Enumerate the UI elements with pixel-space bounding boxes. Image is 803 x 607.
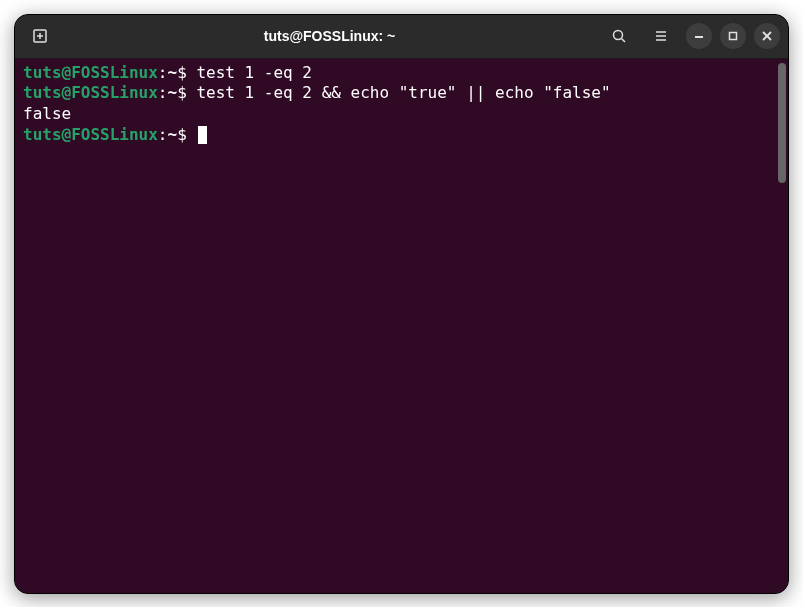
prompt-path: ~ [168, 83, 178, 102]
minimize-button[interactable] [686, 23, 712, 49]
prompt-colon: : [158, 63, 168, 82]
prompt-dollar: $ [177, 63, 196, 82]
window-title: tuts@FOSSLinux: ~ [63, 28, 596, 44]
minimize-icon [691, 28, 707, 44]
prompt-path: ~ [168, 63, 178, 82]
titlebar-right [602, 19, 780, 53]
prompt-user: tuts@FOSSLinux [23, 63, 158, 82]
close-icon [759, 28, 775, 44]
new-tab-icon [32, 28, 48, 44]
prompt-dollar: $ [177, 83, 196, 102]
terminal-line: tuts@FOSSLinux:~$ test 1 -eq 2 && echo "… [23, 83, 780, 104]
terminal-line: tuts@FOSSLinux:~$ [23, 125, 780, 146]
terminal-window: tuts@FOSSLinux: ~ [14, 14, 789, 594]
prompt-path: ~ [168, 125, 178, 144]
svg-line-4 [622, 39, 626, 43]
search-button[interactable] [602, 19, 636, 53]
prompt-dollar: $ [177, 125, 196, 144]
menu-button[interactable] [644, 19, 678, 53]
close-button[interactable] [754, 23, 780, 49]
maximize-button[interactable] [720, 23, 746, 49]
prompt-colon: : [158, 83, 168, 102]
output-text: false [23, 104, 71, 123]
titlebar-left [23, 19, 57, 53]
prompt-colon: : [158, 125, 168, 144]
maximize-icon [725, 28, 741, 44]
command-text: test 1 -eq 2 && echo "true" || echo "fal… [196, 83, 610, 102]
hamburger-icon [653, 28, 669, 44]
terminal-body[interactable]: tuts@FOSSLinux:~$ test 1 -eq 2 tuts@FOSS… [15, 59, 788, 593]
search-icon [611, 28, 627, 44]
terminal-line: false [23, 104, 780, 125]
prompt-user: tuts@FOSSLinux [23, 125, 158, 144]
cursor [198, 126, 207, 144]
terminal-line: tuts@FOSSLinux:~$ test 1 -eq 2 [23, 63, 780, 84]
scrollbar[interactable] [778, 63, 786, 183]
titlebar: tuts@FOSSLinux: ~ [15, 15, 788, 59]
prompt-user: tuts@FOSSLinux [23, 83, 158, 102]
command-text: test 1 -eq 2 [196, 63, 312, 82]
svg-rect-9 [730, 33, 737, 40]
svg-point-3 [614, 31, 623, 40]
new-tab-button[interactable] [23, 19, 57, 53]
